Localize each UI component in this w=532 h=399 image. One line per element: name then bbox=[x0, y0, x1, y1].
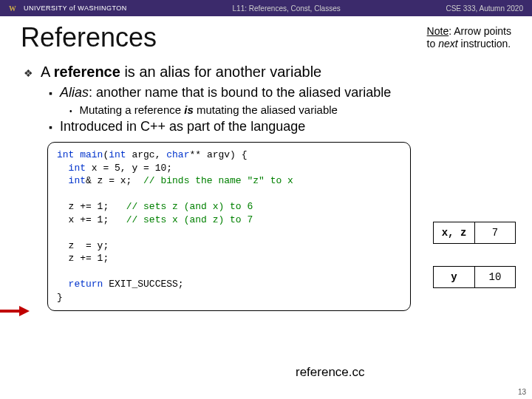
note-l2-pre: to bbox=[427, 38, 439, 50]
c-l3d: // binds the name "z" to x bbox=[143, 175, 293, 186]
c-l5a: z += 1; bbox=[57, 201, 126, 212]
bullet-lvl2-a: ▪ Alias: another name that is bound to t… bbox=[49, 85, 511, 100]
uw-text: UNIVERSITY of WASHINGTON bbox=[24, 4, 127, 12]
mem-val-y: 10 bbox=[474, 266, 516, 288]
course-term: CSE 333, Autumn 2020 bbox=[446, 4, 523, 13]
l3-bi: is bbox=[184, 103, 194, 116]
filename-label: reference.cc bbox=[296, 365, 365, 380]
c-l5b: // sets z (and x) to 6 bbox=[126, 201, 253, 212]
header-row: References Note: Arrow points to next in… bbox=[21, 22, 511, 53]
lvl2b-text: Introduced in C++ as part of the languag… bbox=[60, 119, 305, 134]
c-l1a: int bbox=[57, 149, 74, 160]
l2a-i: Alias bbox=[60, 85, 89, 100]
c-l6b: // sets x (and z) to 7 bbox=[126, 214, 253, 225]
bullet-lvl1: ❖ A reference is an alias for another va… bbox=[24, 64, 511, 81]
bullet-lvl3: • Mutating a reference is mutating the a… bbox=[69, 103, 511, 116]
c-l12: } bbox=[57, 292, 63, 303]
mem-label-y: y bbox=[433, 266, 474, 288]
note-box: Note: Arrow points to next instruction. bbox=[427, 25, 511, 50]
square-bullet-icon: ▪ bbox=[49, 87, 52, 100]
svg-marker-2 bbox=[19, 306, 30, 316]
instruction-arrow-icon bbox=[0, 306, 30, 316]
uw-logo-icon: W bbox=[9, 3, 19, 13]
lvl1-text: A reference is an alias for another vari… bbox=[41, 64, 321, 81]
c-l3b: int bbox=[69, 175, 86, 186]
lecture-title: L11: References, Const, Classes bbox=[233, 4, 341, 13]
c-l9: z += 1; bbox=[57, 253, 109, 264]
c-l11c: EXIT_SUCCESS; bbox=[103, 279, 183, 290]
mem-label-xz: x, z bbox=[433, 222, 474, 244]
c-l1h: ** argv) { bbox=[189, 149, 247, 160]
c-l1g: char bbox=[166, 149, 189, 160]
dot-bullet-icon: • bbox=[69, 107, 72, 116]
code-block: int main(int argc, char** argv) { int x … bbox=[47, 142, 411, 311]
l1-b: reference bbox=[54, 64, 120, 80]
square-bullet-icon: ▪ bbox=[49, 121, 52, 134]
diamond-bullet-icon: ❖ bbox=[24, 67, 33, 81]
c-l3a bbox=[57, 175, 69, 186]
c-l8: z = y; bbox=[57, 240, 109, 251]
c-l6a: x += 1; bbox=[57, 214, 126, 225]
note-l2-i: next bbox=[438, 38, 457, 50]
l1-post: is an alias for another variable bbox=[120, 64, 321, 80]
c-l2c: x = 5, y = 10; bbox=[86, 163, 172, 174]
mem-val-xz: 7 bbox=[474, 222, 516, 244]
bullet-lvl2-b: ▪ Introduced in C++ as part of the langu… bbox=[49, 119, 511, 134]
c-l1f: argc, bbox=[126, 149, 167, 160]
c-l2b: int bbox=[69, 163, 86, 174]
c-l11b: return bbox=[69, 279, 103, 290]
l2a-post: : another name that is bound to the alia… bbox=[89, 85, 391, 100]
svg-text:W: W bbox=[9, 4, 16, 13]
lvl3-text: Mutating a reference is mutating the ali… bbox=[80, 103, 338, 116]
page-title: References bbox=[21, 22, 157, 53]
c-l1e: int bbox=[109, 149, 126, 160]
page-number: 13 bbox=[518, 388, 526, 396]
c-l11a bbox=[57, 279, 69, 290]
l3-post: mutating the aliased variable bbox=[194, 103, 338, 116]
c-l2a bbox=[57, 163, 69, 174]
note-l1-rest: : Arrow points bbox=[449, 25, 511, 37]
l3-pre: Mutating a reference bbox=[80, 103, 185, 116]
topbar: W UNIVERSITY of WASHINGTON L11: Referenc… bbox=[0, 0, 532, 16]
c-l3c: & z = x; bbox=[86, 175, 143, 186]
c-l1c: main bbox=[80, 149, 103, 160]
memory-row-y: y 10 bbox=[433, 266, 516, 288]
topbar-left: W UNIVERSITY of WASHINGTON bbox=[9, 3, 127, 13]
l1-pre: A bbox=[41, 64, 54, 80]
lvl2a-text: Alias: another name that is bound to the… bbox=[60, 85, 391, 100]
memory-row-xz: x, z 7 bbox=[433, 222, 516, 244]
note-underline: Note bbox=[427, 25, 449, 37]
note-l2-post: instruction. bbox=[458, 38, 511, 50]
